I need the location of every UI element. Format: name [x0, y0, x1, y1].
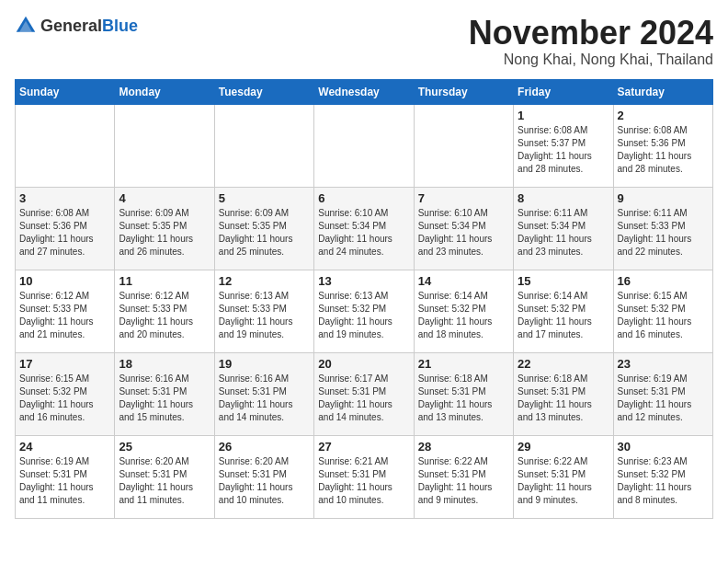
day-info: Sunrise: 6:15 AM Sunset: 5:32 PM Dayligh… — [19, 373, 110, 424]
calendar-cell: 3Sunrise: 6:08 AM Sunset: 5:36 PM Daylig… — [16, 187, 115, 270]
day-info: Sunrise: 6:14 AM Sunset: 5:32 PM Dayligh… — [418, 290, 509, 341]
day-info: Sunrise: 6:09 AM Sunset: 5:35 PM Dayligh… — [119, 207, 210, 259]
day-info: Sunrise: 6:20 AM Sunset: 5:31 PM Dayligh… — [219, 455, 310, 507]
header-friday: Friday — [514, 79, 613, 104]
day-number: 22 — [518, 357, 609, 371]
logo-text-general: General — [40, 17, 102, 35]
day-info: Sunrise: 6:14 AM Sunset: 5:32 PM Dayligh… — [518, 290, 609, 341]
day-info: Sunrise: 6:17 AM Sunset: 5:31 PM Dayligh… — [318, 373, 409, 424]
day-number: 14 — [418, 274, 509, 288]
calendar-cell: 22Sunrise: 6:18 AM Sunset: 5:31 PM Dayli… — [514, 352, 613, 435]
day-number: 8 — [518, 191, 609, 205]
day-info: Sunrise: 6:21 AM Sunset: 5:31 PM Dayligh… — [318, 455, 409, 507]
calendar-week-2: 3Sunrise: 6:08 AM Sunset: 5:36 PM Daylig… — [16, 187, 713, 270]
day-number: 13 — [318, 274, 409, 288]
day-info: Sunrise: 6:12 AM Sunset: 5:33 PM Dayligh… — [19, 290, 110, 341]
calendar-cell: 8Sunrise: 6:11 AM Sunset: 5:34 PM Daylig… — [514, 187, 613, 270]
day-info: Sunrise: 6:19 AM Sunset: 5:31 PM Dayligh… — [618, 373, 709, 424]
logo-icon — [15, 15, 37, 37]
calendar-cell: 16Sunrise: 6:15 AM Sunset: 5:32 PM Dayli… — [613, 270, 712, 352]
day-info: Sunrise: 6:22 AM Sunset: 5:31 PM Dayligh… — [418, 455, 509, 507]
calendar-cell: 10Sunrise: 6:12 AM Sunset: 5:33 PM Dayli… — [16, 270, 115, 352]
calendar-cell — [16, 104, 115, 187]
calendar-cell: 1Sunrise: 6:08 AM Sunset: 5:37 PM Daylig… — [514, 104, 613, 187]
day-number: 29 — [518, 440, 609, 454]
day-number: 1 — [518, 109, 609, 122]
day-number: 30 — [618, 440, 709, 454]
calendar-cell: 25Sunrise: 6:20 AM Sunset: 5:31 PM Dayli… — [115, 435, 214, 518]
calendar-body: 1Sunrise: 6:08 AM Sunset: 5:37 PM Daylig… — [16, 104, 713, 518]
calendar-cell: 11Sunrise: 6:12 AM Sunset: 5:33 PM Dayli… — [115, 270, 214, 352]
day-info: Sunrise: 6:10 AM Sunset: 5:34 PM Dayligh… — [418, 207, 509, 259]
header-tuesday: Tuesday — [214, 79, 313, 104]
day-number: 6 — [318, 191, 409, 205]
day-info: Sunrise: 6:18 AM Sunset: 5:31 PM Dayligh… — [418, 373, 509, 424]
day-number: 23 — [618, 357, 709, 371]
calendar-cell: 26Sunrise: 6:20 AM Sunset: 5:31 PM Dayli… — [214, 435, 313, 518]
calendar-cell: 15Sunrise: 6:14 AM Sunset: 5:32 PM Dayli… — [514, 270, 613, 352]
day-number: 10 — [19, 274, 110, 288]
calendar-cell: 24Sunrise: 6:19 AM Sunset: 5:31 PM Dayli… — [16, 435, 115, 518]
location-title: Nong Khai, Nong Khai, Thailand — [469, 52, 713, 68]
calendar-cell: 18Sunrise: 6:16 AM Sunset: 5:31 PM Dayli… — [115, 352, 214, 435]
day-number: 3 — [19, 191, 110, 205]
day-info: Sunrise: 6:12 AM Sunset: 5:33 PM Dayligh… — [119, 290, 210, 341]
header-thursday: Thursday — [414, 79, 513, 104]
calendar-cell: 20Sunrise: 6:17 AM Sunset: 5:31 PM Dayli… — [314, 352, 414, 435]
day-info: Sunrise: 6:11 AM Sunset: 5:33 PM Dayligh… — [618, 207, 709, 259]
day-number: 24 — [19, 440, 110, 454]
day-number: 9 — [618, 191, 709, 205]
day-number: 15 — [518, 274, 609, 288]
day-number: 19 — [219, 357, 310, 371]
calendar-cell — [314, 104, 414, 187]
header-row: Sunday Monday Tuesday Wednesday Thursday… — [16, 79, 713, 104]
calendar-cell: 12Sunrise: 6:13 AM Sunset: 5:33 PM Dayli… — [214, 270, 313, 352]
day-info: Sunrise: 6:16 AM Sunset: 5:31 PM Dayligh… — [119, 373, 210, 424]
calendar-week-5: 24Sunrise: 6:19 AM Sunset: 5:31 PM Dayli… — [16, 435, 713, 518]
header-wednesday: Wednesday — [314, 79, 414, 104]
header-monday: Monday — [115, 79, 214, 104]
day-info: Sunrise: 6:15 AM Sunset: 5:32 PM Dayligh… — [618, 290, 709, 341]
day-number: 2 — [618, 109, 709, 122]
calendar-cell: 5Sunrise: 6:09 AM Sunset: 5:35 PM Daylig… — [214, 187, 313, 270]
day-info: Sunrise: 6:19 AM Sunset: 5:31 PM Dayligh… — [19, 455, 110, 507]
calendar-cell: 2Sunrise: 6:08 AM Sunset: 5:36 PM Daylig… — [613, 104, 712, 187]
day-number: 20 — [318, 357, 409, 371]
day-number: 25 — [119, 440, 210, 454]
calendar-cell: 7Sunrise: 6:10 AM Sunset: 5:34 PM Daylig… — [414, 187, 513, 270]
calendar-cell: 19Sunrise: 6:16 AM Sunset: 5:31 PM Dayli… — [214, 352, 313, 435]
calendar-table: Sunday Monday Tuesday Wednesday Thursday… — [15, 79, 713, 519]
logo-text-blue: Blue — [102, 17, 138, 35]
day-number: 17 — [19, 357, 110, 371]
day-info: Sunrise: 6:08 AM Sunset: 5:36 PM Dayligh… — [618, 124, 709, 176]
calendar-cell: 14Sunrise: 6:14 AM Sunset: 5:32 PM Dayli… — [414, 270, 513, 352]
calendar-week-4: 17Sunrise: 6:15 AM Sunset: 5:32 PM Dayli… — [16, 352, 713, 435]
day-number: 11 — [119, 274, 210, 288]
day-info: Sunrise: 6:11 AM Sunset: 5:34 PM Dayligh… — [518, 207, 609, 259]
calendar-cell: 17Sunrise: 6:15 AM Sunset: 5:32 PM Dayli… — [16, 352, 115, 435]
title-area: November 2024 Nong Khai, Nong Khai, Thai… — [469, 15, 713, 68]
calendar-cell: 29Sunrise: 6:22 AM Sunset: 5:31 PM Dayli… — [514, 435, 613, 518]
day-number: 12 — [219, 274, 310, 288]
day-number: 21 — [418, 357, 509, 371]
calendar-cell — [214, 104, 313, 187]
header-saturday: Saturday — [613, 79, 712, 104]
day-info: Sunrise: 6:13 AM Sunset: 5:33 PM Dayligh… — [219, 290, 310, 341]
calendar-week-1: 1Sunrise: 6:08 AM Sunset: 5:37 PM Daylig… — [16, 104, 713, 187]
calendar-cell: 30Sunrise: 6:23 AM Sunset: 5:32 PM Dayli… — [613, 435, 712, 518]
header: GeneralBlue November 2024 Nong Khai, Non… — [15, 15, 713, 68]
day-number: 16 — [618, 274, 709, 288]
calendar-cell: 21Sunrise: 6:18 AM Sunset: 5:31 PM Dayli… — [414, 352, 513, 435]
day-info: Sunrise: 6:13 AM Sunset: 5:32 PM Dayligh… — [318, 290, 409, 341]
day-info: Sunrise: 6:18 AM Sunset: 5:31 PM Dayligh… — [518, 373, 609, 424]
day-number: 7 — [418, 191, 509, 205]
calendar-cell: 4Sunrise: 6:09 AM Sunset: 5:35 PM Daylig… — [115, 187, 214, 270]
day-number: 26 — [219, 440, 310, 454]
calendar-week-3: 10Sunrise: 6:12 AM Sunset: 5:33 PM Dayli… — [16, 270, 713, 352]
day-number: 5 — [219, 191, 310, 205]
day-info: Sunrise: 6:10 AM Sunset: 5:34 PM Dayligh… — [318, 207, 409, 259]
day-info: Sunrise: 6:09 AM Sunset: 5:35 PM Dayligh… — [219, 207, 310, 259]
day-info: Sunrise: 6:08 AM Sunset: 5:37 PM Dayligh… — [518, 124, 609, 176]
calendar-cell: 23Sunrise: 6:19 AM Sunset: 5:31 PM Dayli… — [613, 352, 712, 435]
calendar-cell: 13Sunrise: 6:13 AM Sunset: 5:32 PM Dayli… — [314, 270, 414, 352]
